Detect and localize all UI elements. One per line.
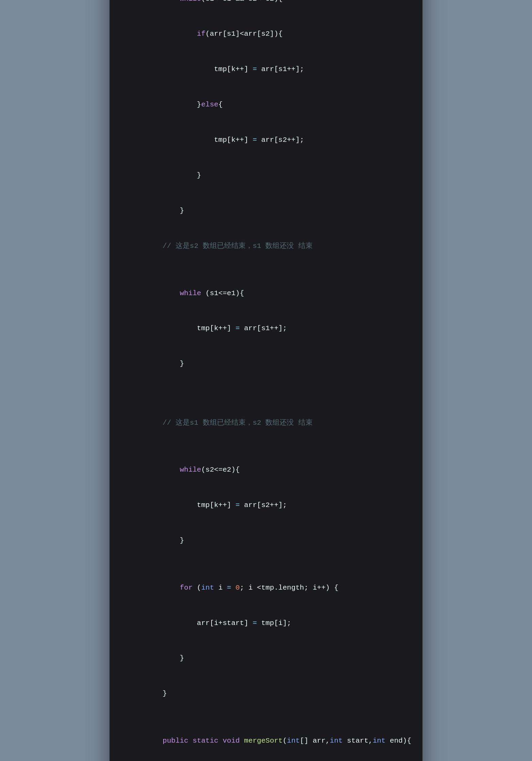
code-editor: // 合并两个有序数组 public static void merge(int… <box>110 0 422 761</box>
code-line-close-while2: } <box>110 346 422 382</box>
code-line-close-while1: } <box>110 193 422 229</box>
code-line-arr-assign: arr[i+start] = tmp[i]; <box>110 606 422 641</box>
code-line-mergesort-sig: public static void mergeSort(int[] arr,i… <box>110 723 422 759</box>
blank-line <box>110 264 422 276</box>
code-line-while2: while (s1<=e1){ <box>110 276 422 311</box>
code-line-close-while3: } <box>110 523 422 558</box>
code-line-tmp-s2: tmp[k++] = arr[s2++]; <box>110 123 422 158</box>
code-line-close-else: } <box>110 158 422 193</box>
blank-line <box>110 441 422 453</box>
code-window: // 合并两个有序数组 public static void merge(int… <box>110 0 422 761</box>
blank-line <box>110 382 422 394</box>
code-line-tmp-s1b: tmp[k++] = arr[s1++]; <box>110 311 422 346</box>
code-line-tmp-s1: tmp[k++] = arr[s1++]; <box>110 52 422 87</box>
code-line-close-merge: } <box>110 676 422 712</box>
code-line-while3: while(s2<=e2){ <box>110 453 422 488</box>
code-line-close-for: } <box>110 641 422 676</box>
code-line-while1: while(s1<=e1 && s2<=e2){ <box>110 0 422 17</box>
comment-line-2: // 这是s2 数组已经结束，s1 数组还没 结束 <box>110 229 422 264</box>
code-line-if: if(arr[s1]<arr[s2]){ <box>110 17 422 52</box>
blank-line <box>110 393 422 405</box>
blank-line <box>110 712 422 724</box>
code-line-mid: int mid = (start+end)/2; <box>110 759 422 761</box>
blank-line <box>110 558 422 570</box>
code-line-else: }else{ <box>110 87 422 123</box>
comment-line-3: // 这是s1 数组已经结束，s2 数组还没 结束 <box>110 405 422 441</box>
code-line-for: for (int i = 0; i <tmp.length; i++) { <box>110 570 422 606</box>
code-line-tmp-s2b: tmp[k++] = arr[s2++]; <box>110 488 422 523</box>
